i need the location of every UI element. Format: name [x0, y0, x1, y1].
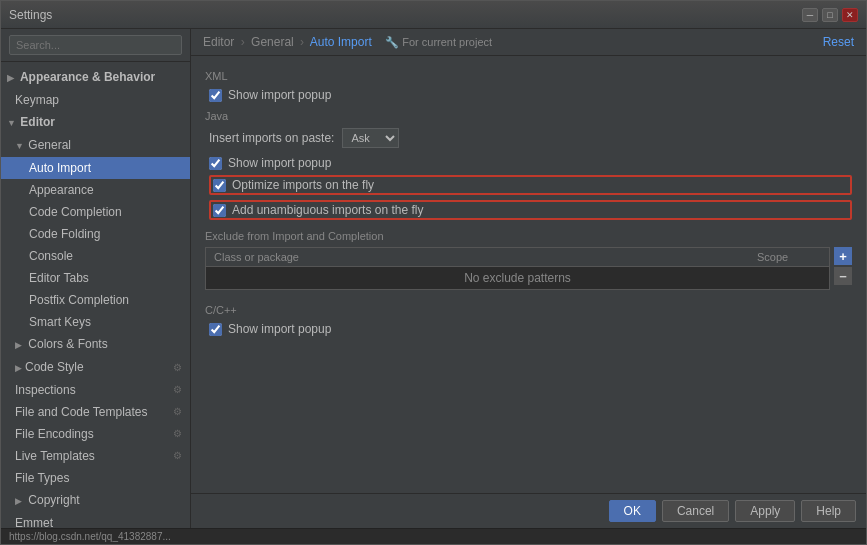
- config-icon: ⚙: [173, 381, 182, 399]
- exclude-table: Class or package Scope No exclude patter…: [206, 248, 829, 289]
- config-icon: ⚙: [173, 359, 182, 377]
- breadcrumb: Editor › General › Auto Import 🔧 For cur…: [203, 35, 492, 49]
- no-patterns-label: No exclude patterns: [206, 267, 829, 290]
- window-title: Settings: [9, 8, 802, 22]
- footer-bar: OK Cancel Apply Help: [191, 493, 866, 528]
- title-bar: Settings ─ □ ✕: [1, 1, 866, 29]
- java-show-import-popup-row: Show import popup: [209, 156, 852, 170]
- add-unambiguous-label[interactable]: Add unambiguous imports on the fly: [232, 203, 423, 217]
- arrow-icon: ▶: [7, 69, 17, 87]
- insert-imports-row: Insert imports on paste: Ask All None: [209, 128, 852, 148]
- optimize-imports-row: Optimize imports on the fly: [209, 175, 852, 195]
- search-box: [1, 29, 190, 62]
- java-section: Java Insert imports on paste: Ask All No…: [205, 110, 852, 220]
- sidebar-item-postfix-completion[interactable]: Postfix Completion: [1, 289, 190, 311]
- insert-label: Insert imports on paste:: [209, 131, 334, 145]
- exclude-table-area: Class or package Scope No exclude patter…: [205, 247, 830, 290]
- col-class: Class or package: [206, 248, 749, 267]
- col-scope: Scope: [749, 248, 829, 267]
- sidebar-item-copyright[interactable]: ▶ Copyright: [1, 489, 190, 512]
- add-unambiguous-checkbox[interactable]: [213, 204, 226, 217]
- table-row: No exclude patterns: [206, 267, 829, 290]
- exclude-container: Class or package Scope No exclude patter…: [205, 247, 852, 290]
- xml-show-import-popup-label[interactable]: Show import popup: [228, 88, 331, 102]
- cpp-section: C/C++ Show import popup: [205, 304, 852, 336]
- xml-show-import-popup-row: Show import popup: [209, 88, 852, 102]
- right-panel: Editor › General › Auto Import 🔧 For cur…: [191, 29, 866, 528]
- xml-section-label: XML: [205, 70, 852, 82]
- add-unambiguous-row: Add unambiguous imports on the fly: [209, 200, 852, 220]
- sidebar-item-emmet[interactable]: Emmet: [1, 512, 190, 528]
- java-show-import-popup-checkbox[interactable]: [209, 157, 222, 170]
- sidebar-item-inspections[interactable]: Inspections ⚙: [1, 379, 190, 401]
- exclude-label: Exclude from Import and Completion: [205, 230, 852, 242]
- window-controls: ─ □ ✕: [802, 8, 858, 22]
- sidebar-item-smart-keys[interactable]: Smart Keys: [1, 311, 190, 333]
- cpp-show-import-popup-row: Show import popup: [209, 322, 852, 336]
- sidebar-item-code-style[interactable]: ▶Code Style ⚙: [1, 356, 190, 379]
- settings-window: Settings ─ □ ✕ ▶ Appearance & Behavior K…: [0, 0, 867, 545]
- insert-imports-select[interactable]: Ask All None: [342, 128, 399, 148]
- config-icon: ⚙: [173, 425, 182, 443]
- cpp-show-import-popup-checkbox[interactable]: [209, 323, 222, 336]
- config-icon: ⚙: [173, 403, 182, 421]
- search-input[interactable]: [9, 35, 182, 55]
- optimize-imports-checkbox[interactable]: [213, 179, 226, 192]
- sidebar-item-editor-tabs[interactable]: Editor Tabs: [1, 267, 190, 289]
- close-button[interactable]: ✕: [842, 8, 858, 22]
- sidebar-item-file-code-templates[interactable]: File and Code Templates ⚙: [1, 401, 190, 423]
- arrow-icon: ▼: [7, 114, 17, 132]
- sidebar-item-code-completion[interactable]: Code Completion: [1, 201, 190, 223]
- optimize-imports-label[interactable]: Optimize imports on the fly: [232, 178, 374, 192]
- main-content: ▶ Appearance & Behavior Keymap ▼ Editor …: [1, 29, 866, 528]
- reset-link[interactable]: Reset: [823, 35, 854, 49]
- sidebar-item-live-templates[interactable]: Live Templates ⚙: [1, 445, 190, 467]
- sidebar-item-file-types[interactable]: File Types: [1, 467, 190, 489]
- add-exclude-button[interactable]: +: [834, 247, 852, 265]
- sidebar-item-general[interactable]: ▼ General: [1, 134, 190, 157]
- arrow-icon: ▼: [15, 137, 25, 155]
- arrow-icon: ▶: [15, 336, 25, 354]
- sidebar-item-code-folding[interactable]: Code Folding: [1, 223, 190, 245]
- exclude-section: Exclude from Import and Completion Class…: [205, 230, 852, 290]
- xml-show-import-popup-checkbox[interactable]: [209, 89, 222, 102]
- sidebar-item-keymap[interactable]: Keymap: [1, 89, 190, 111]
- remove-exclude-button[interactable]: −: [834, 267, 852, 285]
- sidebar-tree: ▶ Appearance & Behavior Keymap ▼ Editor …: [1, 62, 190, 528]
- arrow-icon: ▶: [15, 359, 25, 377]
- cancel-button[interactable]: Cancel: [662, 500, 729, 522]
- ok-button[interactable]: OK: [609, 500, 656, 522]
- sidebar-item-colors-fonts[interactable]: ▶ Colors & Fonts: [1, 333, 190, 356]
- settings-content: XML Show import popup Java Insert import…: [191, 56, 866, 493]
- java-section-label: Java: [205, 110, 852, 122]
- help-button[interactable]: Help: [801, 500, 856, 522]
- cpp-show-import-popup-label[interactable]: Show import popup: [228, 322, 331, 336]
- sidebar: ▶ Appearance & Behavior Keymap ▼ Editor …: [1, 29, 191, 528]
- cpp-section-label: C/C++: [205, 304, 852, 316]
- java-show-import-popup-label[interactable]: Show import popup: [228, 156, 331, 170]
- maximize-button[interactable]: □: [822, 8, 838, 22]
- breadcrumb-bar: Editor › General › Auto Import 🔧 For cur…: [191, 29, 866, 56]
- sidebar-item-auto-import[interactable]: Auto Import: [1, 157, 190, 179]
- sidebar-item-appearance-behavior[interactable]: ▶ Appearance & Behavior: [1, 66, 190, 89]
- sidebar-item-editor[interactable]: ▼ Editor: [1, 111, 190, 134]
- project-icon: 🔧: [385, 36, 399, 48]
- config-icon: ⚙: [173, 447, 182, 465]
- arrow-icon: ▶: [15, 492, 25, 510]
- minimize-button[interactable]: ─: [802, 8, 818, 22]
- url-bar: https://blog.csdn.net/qq_41382887...: [1, 528, 866, 544]
- sidebar-item-console[interactable]: Console: [1, 245, 190, 267]
- apply-button[interactable]: Apply: [735, 500, 795, 522]
- exclude-side-buttons: + −: [834, 247, 852, 290]
- sidebar-item-file-encodings[interactable]: File Encodings ⚙: [1, 423, 190, 445]
- sidebar-item-appearance[interactable]: Appearance: [1, 179, 190, 201]
